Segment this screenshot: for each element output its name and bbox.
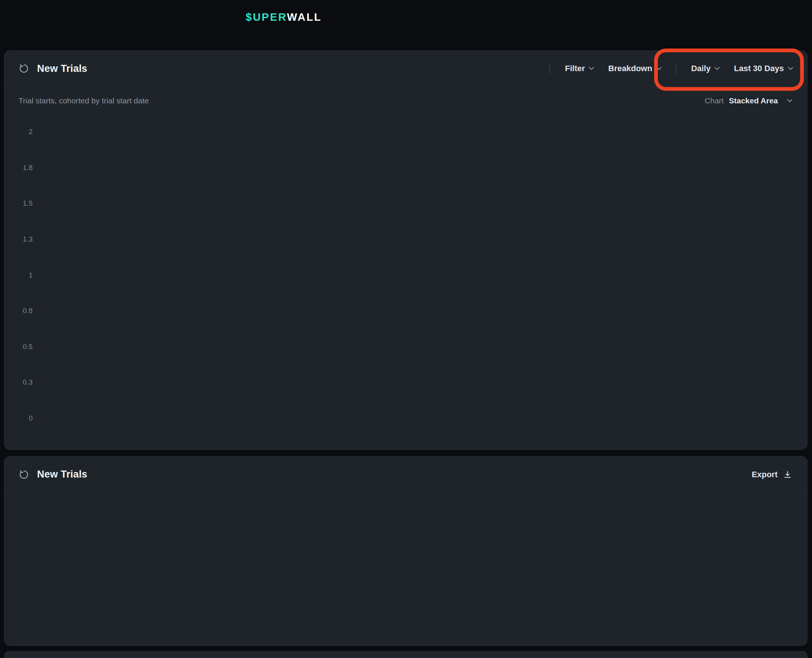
svg-text:1.5: 1.5 [23, 199, 33, 207]
breakdown-label: Breakdown [608, 64, 652, 74]
trials-area-chart: 00.30.50.811.31.51.82 [5, 51, 807, 450]
logo-part-teal: $UPER [246, 11, 287, 23]
svg-text:1.8: 1.8 [23, 164, 33, 172]
date-range-select-button[interactable]: Last 30 Days [734, 64, 792, 74]
chevron-down-icon [589, 64, 594, 70]
chart-panel-header: New Trials Filter Breakdown Daily Last 3… [5, 51, 807, 87]
svg-text:1: 1 [28, 271, 33, 279]
chart-subtitle: Trial starts, cohorted by trial start da… [19, 96, 149, 105]
chevron-down-icon [656, 64, 662, 70]
svg-text:1.3: 1.3 [23, 235, 33, 243]
history-icon [19, 469, 30, 480]
chart-type-value: Stacked Area [729, 96, 778, 105]
chart-type-label: Chart [704, 96, 723, 105]
chevron-down-icon [787, 97, 792, 102]
filter-label: Filter [565, 64, 585, 74]
superwall-logo[interactable]: $UPERWALL [246, 11, 322, 24]
chevron-down-icon [788, 64, 793, 70]
header-divider [549, 63, 550, 74]
svg-text:0.5: 0.5 [23, 343, 33, 351]
date-range-label: Last 30 Days [734, 64, 784, 74]
chevron-down-icon [715, 64, 720, 70]
chart-type-select[interactable]: Chart Stacked Area [704, 96, 792, 105]
next-panel-edge [4, 651, 807, 658]
new-trials-table-panel: New Trials Export [4, 456, 807, 646]
filter-button[interactable]: Filter [565, 64, 593, 74]
chart-subheader: Trial starts, cohorted by trial start da… [5, 87, 807, 105]
export-button[interactable]: Export [752, 470, 792, 479]
svg-text:0: 0 [28, 414, 33, 422]
history-icon [19, 63, 30, 74]
svg-text:2: 2 [28, 128, 33, 136]
svg-text:0.8: 0.8 [23, 307, 33, 315]
logo-part-white: WALL [287, 11, 322, 23]
svg-text:0.3: 0.3 [23, 378, 33, 386]
export-label: Export [752, 470, 778, 479]
breakdown-button[interactable]: Breakdown [608, 64, 661, 74]
download-icon [783, 470, 792, 479]
trials-table [5, 492, 807, 642]
interval-select-button[interactable]: Daily [691, 64, 720, 74]
panel-title: New Trials [37, 63, 88, 74]
top-header: $UPERWALL [0, 0, 812, 41]
new-trials-chart-panel: New Trials Filter Breakdown Daily Last 3… [4, 50, 807, 450]
table-panel-title: New Trials [37, 469, 88, 480]
table-panel-header: New Trials Export [5, 456, 807, 492]
interval-label: Daily [691, 64, 711, 74]
header-divider [676, 63, 676, 74]
